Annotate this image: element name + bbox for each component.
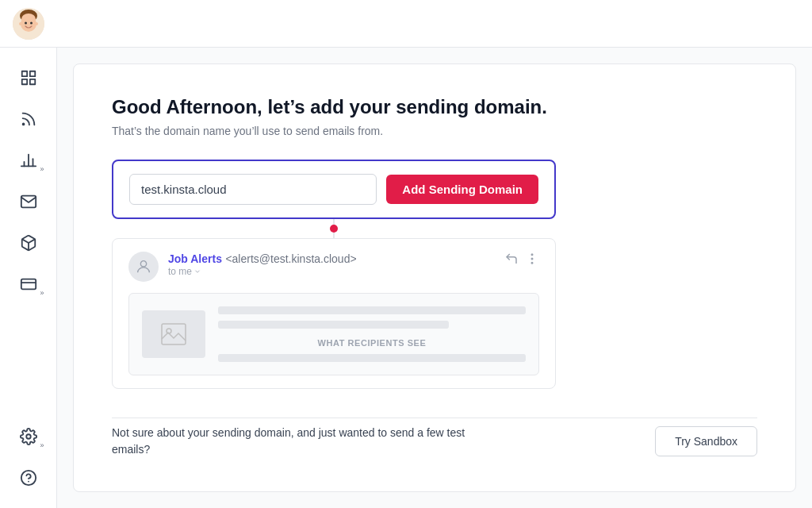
sidebar-item-settings[interactable]: » bbox=[11, 419, 46, 454]
sidebar-item-billing[interactable]: » bbox=[11, 267, 46, 302]
email-icon bbox=[20, 193, 37, 210]
more-options-icon[interactable] bbox=[525, 252, 539, 266]
try-sandbox-button[interactable]: Try Sandbox bbox=[655, 426, 757, 456]
sidebar-item-analytics[interactable]: » bbox=[11, 143, 46, 178]
sidebar: » » bbox=[0, 48, 57, 508]
email-sender-info: Job Alerts <alerts@test.kinsta.cloud> to… bbox=[128, 252, 357, 282]
svg-rect-9 bbox=[29, 71, 34, 76]
svg-rect-10 bbox=[21, 79, 26, 84]
domain-input[interactable] bbox=[129, 174, 377, 205]
sidebar-bottom: » bbox=[11, 419, 46, 495]
svg-point-12 bbox=[22, 124, 24, 125]
svg-point-6 bbox=[19, 22, 22, 25]
connector-dot bbox=[330, 225, 338, 233]
svg-point-7 bbox=[35, 22, 38, 25]
main-layout: » » bbox=[0, 48, 812, 508]
image-placeholder bbox=[142, 310, 205, 358]
bottom-text: Not sure about your sending domain, and … bbox=[112, 425, 492, 458]
svg-point-23 bbox=[140, 261, 146, 267]
add-domain-button[interactable]: Add Sending Domain bbox=[386, 175, 538, 204]
billing-icon bbox=[20, 275, 37, 293]
recipients-label: WHAT RECIPIENTS SEE bbox=[218, 338, 526, 348]
placeholder-line-3 bbox=[218, 354, 526, 362]
rss-icon bbox=[20, 110, 37, 128]
connector-line bbox=[112, 219, 556, 238]
chevron-icon: » bbox=[40, 165, 44, 173]
grid-icon bbox=[20, 69, 37, 87]
svg-point-4 bbox=[25, 21, 27, 24]
svg-rect-27 bbox=[162, 324, 186, 344]
gear-icon bbox=[20, 428, 37, 445]
email-body-placeholder: WHAT RECIPIENTS SEE bbox=[128, 293, 539, 375]
person-icon bbox=[135, 258, 152, 275]
avatar-image bbox=[13, 8, 44, 40]
email-avatar bbox=[128, 252, 159, 282]
email-actions bbox=[504, 252, 539, 266]
sidebar-item-rss[interactable] bbox=[11, 102, 46, 137]
content-area: Good Afternoon, let’s add your sending d… bbox=[57, 48, 812, 508]
sidebar-item-dashboard[interactable] bbox=[11, 60, 46, 95]
reply-icon[interactable] bbox=[504, 252, 519, 266]
svg-point-5 bbox=[30, 21, 33, 24]
template-icon bbox=[20, 234, 37, 252]
avatar[interactable] bbox=[13, 8, 44, 40]
placeholder-line-2 bbox=[218, 321, 449, 329]
help-icon bbox=[20, 469, 37, 487]
email-to-row: to me bbox=[168, 266, 357, 277]
email-preview-card: Job Alerts <alerts@test.kinsta.cloud> to… bbox=[112, 238, 556, 389]
sidebar-item-help[interactable] bbox=[11, 460, 46, 495]
image-icon bbox=[161, 323, 186, 345]
content-card: Good Afternoon, let’s add your sending d… bbox=[73, 64, 796, 492]
domain-input-box: Add Sending Domain bbox=[112, 160, 556, 219]
svg-point-24 bbox=[531, 254, 533, 256]
chevron-down-icon bbox=[193, 267, 201, 275]
email-sender-address: <alerts@test.kinsta.cloud> bbox=[225, 252, 356, 265]
email-sender-name-row: Job Alerts <alerts@test.kinsta.cloud> bbox=[168, 252, 357, 266]
sidebar-item-templates[interactable] bbox=[11, 225, 46, 260]
chevron-icon: » bbox=[40, 441, 44, 449]
bar-chart-icon bbox=[20, 152, 37, 169]
email-sender-details: Job Alerts <alerts@test.kinsta.cloud> to… bbox=[168, 252, 357, 277]
svg-rect-8 bbox=[21, 71, 26, 76]
bottom-section: Not sure about your sending domain, and … bbox=[112, 418, 757, 458]
svg-point-20 bbox=[26, 434, 31, 439]
placeholder-line-1 bbox=[218, 306, 526, 314]
email-header-row: Job Alerts <alerts@test.kinsta.cloud> to… bbox=[128, 252, 539, 282]
svg-rect-11 bbox=[29, 79, 34, 84]
page-title: Good Afternoon, let’s add your sending d… bbox=[112, 96, 757, 118]
text-placeholder-area: WHAT RECIPIENTS SEE bbox=[218, 306, 526, 362]
sidebar-item-email[interactable] bbox=[11, 184, 46, 219]
svg-point-3 bbox=[21, 16, 36, 32]
header bbox=[0, 0, 812, 48]
svg-rect-18 bbox=[21, 279, 35, 290]
svg-point-25 bbox=[531, 258, 533, 260]
chevron-icon: » bbox=[40, 289, 44, 297]
email-sender-name: Job Alerts bbox=[168, 252, 222, 265]
svg-point-26 bbox=[531, 263, 533, 264]
page-subtitle: That’s the domain name you’ll use to sen… bbox=[112, 125, 757, 137]
